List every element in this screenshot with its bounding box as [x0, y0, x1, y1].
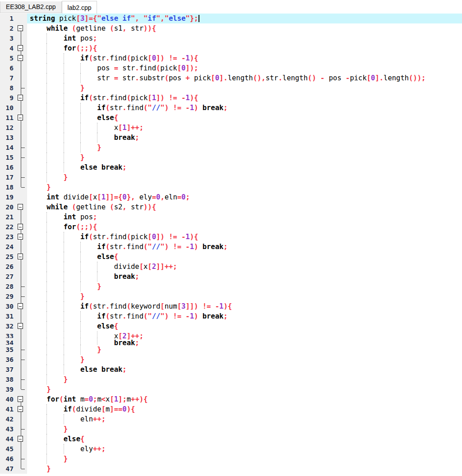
indent-guide	[46, 103, 47, 113]
code-line[interactable]: divide[x[2]]++;	[27, 262, 462, 272]
code-line[interactable]: if(str.find(pick[1]) != -1){	[27, 93, 462, 103]
code-line-row: 9 if(str.find(pick[1]) != -1){	[0, 93, 462, 103]
tab-lab2[interactable]: lab2.cpp	[62, 1, 97, 14]
code-line[interactable]: else{	[27, 321, 462, 331]
collapse-minus-icon[interactable]	[18, 95, 23, 101]
code-line[interactable]: int pos;	[27, 212, 462, 222]
code-line[interactable]: if(str.find(pick[0]) != -1){	[27, 232, 462, 242]
code-line[interactable]: else{	[27, 113, 462, 123]
code-line[interactable]: if(str.find("//") != -1) break;	[27, 311, 462, 321]
code-line[interactable]: break;	[27, 338, 462, 345]
indent-guide	[46, 301, 47, 311]
code-line[interactable]: string pick[3]={"else if", "if","else"};	[27, 14, 462, 23]
collapse-minus-icon[interactable]	[18, 234, 23, 240]
code-line[interactable]: }	[27, 454, 462, 464]
fold-toggle[interactable]	[15, 202, 27, 212]
code-line[interactable]: if(str.find(pick[0]) != -1){	[27, 53, 462, 63]
token-identifier: x	[93, 193, 97, 201]
code-line[interactable]: while (getline (s2, str)){	[27, 202, 462, 212]
code-line[interactable]: break;	[27, 133, 462, 143]
collapse-minus-icon[interactable]	[18, 254, 23, 259]
code-line[interactable]: if(str.find(keyword[num[3]]) != -1){	[27, 301, 462, 311]
token-number: 0	[152, 54, 156, 62]
code-line[interactable]: }	[27, 182, 462, 192]
collapse-minus-icon[interactable]	[18, 55, 23, 61]
fold-toggle[interactable]	[15, 434, 27, 444]
code-line[interactable]: }	[27, 384, 462, 394]
line-number: 1	[0, 14, 15, 23]
fold-toggle[interactable]	[15, 232, 27, 242]
code-line[interactable]: }	[27, 424, 462, 434]
collapse-minus-icon[interactable]	[18, 45, 23, 51]
code-line[interactable]: if(divide[m]==0){	[27, 404, 462, 414]
fold-toggle[interactable]	[15, 23, 27, 33]
code-line[interactable]: ely++;	[27, 444, 462, 454]
collapse-minus-icon[interactable]	[18, 303, 23, 309]
code-line[interactable]: else break;	[27, 162, 462, 172]
code-line[interactable]: for(;;){	[27, 43, 462, 53]
collapse-minus-icon[interactable]	[18, 396, 23, 402]
code-line[interactable]: for(int m=0;m<x[1];m++){	[27, 394, 462, 404]
line-number: 23	[0, 232, 15, 242]
code-line[interactable]: for(;;){	[27, 222, 462, 232]
code-line[interactable]: else{	[27, 434, 462, 444]
code-line[interactable]: int divide[x[1]]={0}, ely=0,eln=0;	[27, 192, 462, 202]
token-punctuation: (	[89, 94, 93, 102]
fold-toggle[interactable]	[15, 222, 27, 232]
collapse-minus-icon[interactable]	[18, 115, 23, 120]
fold-toggle[interactable]	[15, 404, 27, 414]
token-punctuation: [	[118, 124, 122, 132]
tab-ee308-lab2[interactable]: EE308_LAB2.cpp	[0, 1, 62, 13]
code-line[interactable]: while (getline (s1, str)){	[27, 23, 462, 33]
token-punctuation: }	[64, 455, 68, 463]
fold-toggle[interactable]	[15, 301, 27, 311]
collapse-minus-icon[interactable]	[18, 323, 23, 329]
code-line[interactable]: }	[27, 282, 462, 291]
token-punctuation: .	[122, 243, 126, 251]
collapse-minus-icon[interactable]	[18, 204, 23, 210]
code-line[interactable]: }	[27, 355, 462, 365]
code-line[interactable]: str = str.substr(pos + pick[0].length(),…	[27, 73, 462, 83]
code-line[interactable]: break;	[27, 272, 462, 282]
code-editor[interactable]: 1string pick[3]={"else if", "if","else"}…	[0, 14, 462, 474]
code-line[interactable]: if(str.find("//") != -1) break;	[27, 103, 462, 113]
token-number: 1	[219, 302, 223, 310]
code-line[interactable]: eln++;	[27, 414, 462, 424]
fold-toggle[interactable]	[15, 321, 27, 331]
code-line[interactable]: else{	[27, 252, 462, 262]
code-line[interactable]: x[2]++;	[27, 331, 462, 338]
token-punctuation: ;	[185, 193, 189, 201]
code-line[interactable]: }	[27, 172, 462, 182]
fold-toggle[interactable]	[15, 113, 27, 123]
code-line[interactable]: else break;	[27, 365, 462, 374]
code-line[interactable]: }	[27, 83, 462, 93]
code-line[interactable]: pos = str.find(pick[0]);	[27, 63, 462, 73]
collapse-minus-icon[interactable]	[18, 25, 23, 31]
token-punctuation: {	[80, 435, 84, 443]
code-line[interactable]: int pos;	[27, 33, 462, 43]
collapse-minus-icon[interactable]	[18, 406, 23, 412]
fold-toggle[interactable]	[15, 252, 27, 262]
token-punctuation: ;	[93, 213, 97, 221]
fold-toggle[interactable]	[15, 43, 27, 53]
token-punctuation: }	[80, 292, 84, 300]
code-line[interactable]: }	[27, 374, 462, 384]
token-identifier: str	[118, 64, 135, 72]
fold-toggle[interactable]	[15, 93, 27, 103]
code-line[interactable]: if(str.find("//") != -1) break;	[27, 242, 462, 252]
code-line[interactable]: }	[27, 153, 462, 162]
indent-guide	[80, 331, 81, 338]
token-punctuation: ]) != -	[156, 233, 185, 241]
indent-guide	[64, 53, 64, 63]
code-line-row: 13 break;	[0, 133, 462, 143]
code-line[interactable]: x[1]++;	[27, 123, 462, 133]
code-line[interactable]: }	[27, 143, 462, 153]
token-number: 1	[114, 395, 118, 403]
fold-toggle[interactable]	[15, 394, 27, 404]
code-line[interactable]: }	[27, 464, 462, 474]
code-line[interactable]: }	[27, 291, 462, 301]
fold-toggle[interactable]	[15, 53, 27, 63]
collapse-minus-icon[interactable]	[18, 436, 23, 442]
code-line[interactable]: }	[27, 345, 462, 355]
collapse-minus-icon[interactable]	[18, 224, 23, 230]
